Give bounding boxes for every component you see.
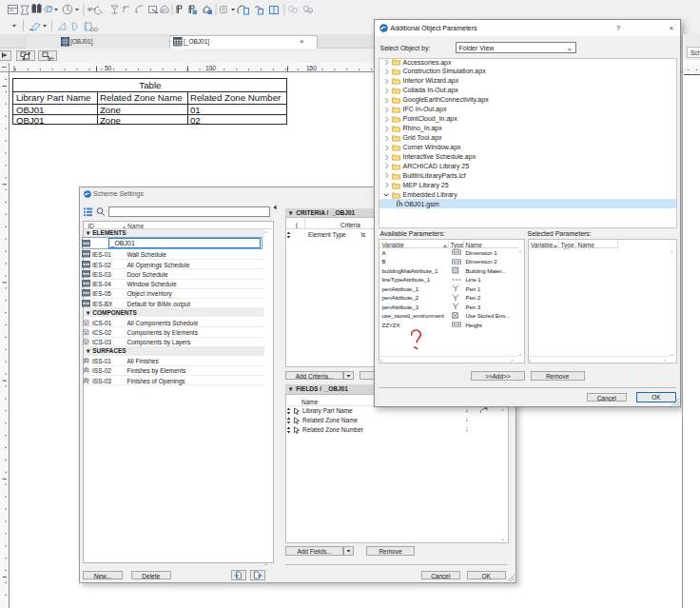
svg-text:150: 150: [306, 64, 317, 70]
svg-text:50: 50: [105, 64, 112, 70]
svg-text:100: 100: [205, 64, 216, 70]
